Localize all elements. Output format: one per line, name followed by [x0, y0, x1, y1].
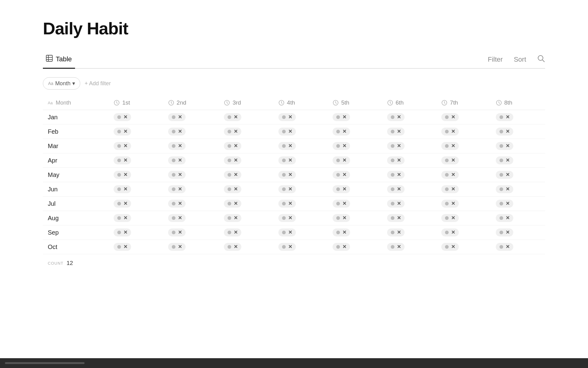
tab-table[interactable]: Table	[43, 51, 75, 69]
close-icon: ✕	[506, 230, 510, 235]
cell-day-1-oct[interactable]: ✕	[109, 240, 163, 254]
scrollbar[interactable]	[5, 362, 85, 364]
cell-day-8-jun[interactable]: ✕	[491, 182, 545, 197]
cell-day-6-feb[interactable]: ✕	[382, 125, 436, 139]
cell-day-7-sep[interactable]: ✕	[436, 225, 491, 240]
cell-day-5-apr[interactable]: ✕	[328, 153, 382, 168]
cell-month-apr: Apr	[43, 153, 109, 168]
cell-day-3-sep[interactable]: ✕	[219, 225, 273, 240]
cell-day-6-jan[interactable]: ✕	[382, 110, 436, 125]
cell-day-7-aug[interactable]: ✕	[436, 211, 491, 225]
cell-day-1-jul[interactable]: ✕	[109, 197, 163, 211]
cell-day-6-sep[interactable]: ✕	[382, 225, 436, 240]
cell-day-4-jun[interactable]: ✕	[273, 182, 328, 197]
cell-pill: ✕	[168, 200, 186, 208]
cell-day-8-aug[interactable]: ✕	[491, 211, 545, 225]
cell-day-2-mar[interactable]: ✕	[163, 139, 219, 153]
cell-day-7-jul[interactable]: ✕	[436, 197, 491, 211]
cell-day-4-may[interactable]: ✕	[273, 168, 328, 182]
cell-day-4-jan[interactable]: ✕	[273, 110, 328, 125]
cell-day-4-sep[interactable]: ✕	[273, 225, 328, 240]
cell-day-2-jan[interactable]: ✕	[163, 110, 219, 125]
cell-day-7-feb[interactable]: ✕	[436, 125, 491, 139]
cell-day-6-oct[interactable]: ✕	[382, 240, 436, 254]
cell-day-7-jan[interactable]: ✕	[436, 110, 491, 125]
cell-day-7-apr[interactable]: ✕	[436, 153, 491, 168]
close-icon: ✕	[397, 115, 401, 120]
cell-day-6-aug[interactable]: ✕	[382, 211, 436, 225]
close-icon: ✕	[342, 201, 346, 206]
toolbar: Table Filter Sort	[43, 51, 545, 69]
cell-day-4-apr[interactable]: ✕	[273, 153, 328, 168]
cell-day-8-jul[interactable]: ✕	[491, 197, 545, 211]
cell-day-2-feb[interactable]: ✕	[163, 125, 219, 139]
cell-day-1-sep[interactable]: ✕	[109, 225, 163, 240]
cell-day-6-mar[interactable]: ✕	[382, 139, 436, 153]
cell-day-8-mar[interactable]: ✕	[491, 139, 545, 153]
cell-day-3-jun[interactable]: ✕	[219, 182, 273, 197]
cell-day-2-sep[interactable]: ✕	[163, 225, 219, 240]
cell-day-6-may[interactable]: ✕	[382, 168, 436, 182]
cell-day-8-may[interactable]: ✕	[491, 168, 545, 182]
cell-day-8-feb[interactable]: ✕	[491, 125, 545, 139]
cell-day-3-feb[interactable]: ✕	[219, 125, 273, 139]
cell-day-7-mar[interactable]: ✕	[436, 139, 491, 153]
cell-pill: ✕	[441, 214, 459, 222]
cell-day-5-mar[interactable]: ✕	[328, 139, 382, 153]
cell-day-8-apr[interactable]: ✕	[491, 153, 545, 168]
cell-day-1-jan[interactable]: ✕	[109, 110, 163, 125]
col-header-4th: 4th	[273, 96, 328, 110]
cell-day-5-feb[interactable]: ✕	[328, 125, 382, 139]
cell-pill: ✕	[114, 142, 131, 150]
cell-day-5-jul[interactable]: ✕	[328, 197, 382, 211]
cell-day-7-may[interactable]: ✕	[436, 168, 491, 182]
cell-day-5-oct[interactable]: ✕	[328, 240, 382, 254]
cell-day-5-jun[interactable]: ✕	[328, 182, 382, 197]
cell-day-1-apr[interactable]: ✕	[109, 153, 163, 168]
cell-day-1-aug[interactable]: ✕	[109, 211, 163, 225]
month-filter-chip[interactable]: Aa Month ▾	[43, 77, 80, 90]
cell-day-1-may[interactable]: ✕	[109, 168, 163, 182]
filter-button[interactable]: Filter	[488, 56, 503, 63]
cell-day-8-sep[interactable]: ✕	[491, 225, 545, 240]
cell-day-4-jul[interactable]: ✕	[273, 197, 328, 211]
cell-day-2-apr[interactable]: ✕	[163, 153, 219, 168]
cell-day-3-jul[interactable]: ✕	[219, 197, 273, 211]
cell-day-4-feb[interactable]: ✕	[273, 125, 328, 139]
cell-day-3-may[interactable]: ✕	[219, 168, 273, 182]
cell-day-1-mar[interactable]: ✕	[109, 139, 163, 153]
cell-day-4-mar[interactable]: ✕	[273, 139, 328, 153]
search-button[interactable]	[537, 55, 545, 64]
cell-day-3-jan[interactable]: ✕	[219, 110, 273, 125]
close-icon: ✕	[123, 216, 127, 220]
cell-day-3-aug[interactable]: ✕	[219, 211, 273, 225]
cell-day-5-jan[interactable]: ✕	[328, 110, 382, 125]
cell-day-8-oct[interactable]: ✕	[491, 240, 545, 254]
cell-day-2-aug[interactable]: ✕	[163, 211, 219, 225]
cell-day-6-jun[interactable]: ✕	[382, 182, 436, 197]
cell-day-1-jun[interactable]: ✕	[109, 182, 163, 197]
add-filter-button[interactable]: + Add filter	[85, 80, 111, 87]
cell-day-2-may[interactable]: ✕	[163, 168, 219, 182]
cell-day-8-jan[interactable]: ✕	[491, 110, 545, 125]
cell-day-3-apr[interactable]: ✕	[219, 153, 273, 168]
cell-day-5-sep[interactable]: ✕	[328, 225, 382, 240]
status-dot	[117, 159, 121, 162]
cell-day-7-jun[interactable]: ✕	[436, 182, 491, 197]
status-dot	[172, 144, 175, 148]
cell-day-5-aug[interactable]: ✕	[328, 211, 382, 225]
sort-button[interactable]: Sort	[514, 56, 526, 63]
cell-day-7-oct[interactable]: ✕	[436, 240, 491, 254]
svg-line-5	[542, 60, 545, 62]
cell-day-4-aug[interactable]: ✕	[273, 211, 328, 225]
cell-day-6-apr[interactable]: ✕	[382, 153, 436, 168]
cell-day-1-feb[interactable]: ✕	[109, 125, 163, 139]
cell-day-2-jul[interactable]: ✕	[163, 197, 219, 211]
cell-day-2-oct[interactable]: ✕	[163, 240, 219, 254]
cell-day-3-oct[interactable]: ✕	[219, 240, 273, 254]
cell-day-4-oct[interactable]: ✕	[273, 240, 328, 254]
cell-day-3-mar[interactable]: ✕	[219, 139, 273, 153]
cell-day-2-jun[interactable]: ✕	[163, 182, 219, 197]
cell-day-5-may[interactable]: ✕	[328, 168, 382, 182]
cell-day-6-jul[interactable]: ✕	[382, 197, 436, 211]
